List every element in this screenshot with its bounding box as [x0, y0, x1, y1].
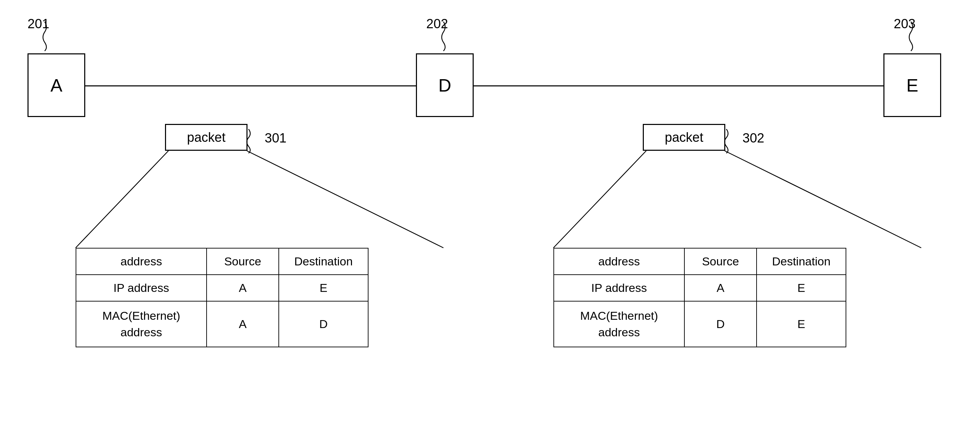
squiggle-302	[725, 127, 743, 150]
table-2-mac-dest: E	[757, 301, 846, 347]
table-2-mac-source: D	[684, 301, 757, 347]
squiggle-203	[907, 20, 928, 48]
node-d-label: D	[438, 75, 451, 96]
table-1-header-destination: Destination	[279, 248, 368, 275]
table-1-ip-label: IP address	[76, 275, 207, 301]
table-1-row-ip: IP address A E	[76, 275, 368, 301]
packet-1-label: packet	[187, 130, 226, 145]
table-1-ip-source: A	[207, 275, 279, 301]
packet-2: packet	[643, 124, 725, 151]
table-1-mac-source: A	[207, 301, 279, 347]
table-2-header-source: Source	[684, 248, 757, 275]
table-1: address Source Destination IP address A …	[76, 248, 369, 347]
node-e-label: E	[907, 75, 918, 96]
node-d: D	[416, 53, 474, 117]
table-1-header-address: address	[76, 248, 207, 275]
node-a: A	[27, 53, 85, 117]
ref-301: 301	[265, 131, 286, 145]
table-2: address Source Destination IP address A …	[554, 248, 846, 347]
packet-2-label: packet	[665, 130, 703, 145]
table-2-header-destination: Destination	[757, 248, 846, 275]
diag-lines-1	[0, 0, 980, 422]
svg-line-0	[76, 151, 169, 248]
table-1-mac-dest: D	[279, 301, 368, 347]
table-2-ip-label: IP address	[554, 275, 684, 301]
node-e: E	[883, 53, 941, 117]
table-2-row-mac: MAC(Ethernet)address D E	[554, 301, 846, 347]
table-1-header-source: Source	[207, 248, 279, 275]
squiggle-201	[41, 20, 62, 48]
table-1-row-mac: MAC(Ethernet)address A D	[76, 301, 368, 347]
svg-line-1	[247, 151, 444, 248]
table-2-mac-label: MAC(Ethernet)address	[554, 301, 684, 347]
table-1-ip-dest: E	[279, 275, 368, 301]
svg-line-2	[554, 151, 646, 248]
table-1-header-row: address Source Destination	[76, 248, 368, 275]
squiggle-202	[440, 20, 461, 48]
diagram: A 201 D 202 E 203 packet 301 packet	[0, 0, 980, 422]
connection-line	[85, 85, 898, 86]
table-2-header-row: address Source Destination	[554, 248, 846, 275]
packet-1: packet	[165, 124, 248, 151]
table-2-header-address: address	[554, 248, 684, 275]
table-2-ip-source: A	[684, 275, 757, 301]
squiggle-301	[247, 127, 266, 150]
table-2-ip-dest: E	[757, 275, 846, 301]
ref-302: 302	[743, 131, 764, 145]
svg-line-3	[725, 151, 921, 248]
table-1-mac-label: MAC(Ethernet)address	[76, 301, 207, 347]
node-a-label: A	[51, 75, 62, 96]
table-2-row-ip: IP address A E	[554, 275, 846, 301]
